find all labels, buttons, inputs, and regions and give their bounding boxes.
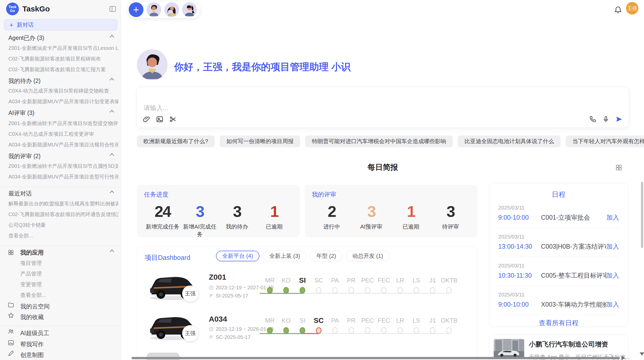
microphone-icon[interactable]: [602, 115, 610, 123]
sidebar-item[interactable]: C02-飞腾新能源轻客改款项目立项汇报方案: [8, 66, 118, 73]
milestone-dot: [300, 327, 305, 334]
chevron-up-icon[interactable]: [110, 78, 114, 82]
chevron-up-icon[interactable]: [110, 35, 114, 39]
milestone-dot: [446, 287, 452, 294]
milestone[interactable]: PA: [327, 316, 343, 326]
scroll-right-arrow[interactable]: [622, 356, 625, 360]
milestone[interactable]: KO: [278, 316, 294, 326]
suggestion-chip[interactable]: 特朗普可能对进口汽车增税会对中国车企造成哪些影响: [305, 136, 453, 147]
sidebar-item-drawing[interactable]: 创意制图: [20, 351, 44, 359]
milestone[interactable]: MR: [262, 275, 278, 286]
milestone[interactable]: PR: [343, 275, 359, 286]
milestone[interactable]: SC: [311, 316, 327, 326]
sidebar-item-product-mgmt[interactable]: 产品管理: [20, 270, 42, 277]
milestone[interactable]: LS: [408, 316, 425, 326]
milestone[interactable]: OKTB: [441, 316, 457, 326]
sidebar-item[interactable]: A034-全新新能源MUV产品开发项目造型可行性评审: [8, 173, 118, 180]
sidebar-item[interactable]: C0X4-动力总成开发项目SI里程碑提交物检查: [8, 87, 118, 94]
milestone-track: MR KO SI SC PA PR PEC FEC LR LS J1 OKTB: [262, 316, 457, 326]
milestone[interactable]: FEC: [376, 316, 392, 326]
milestone[interactable]: FEC: [376, 275, 392, 286]
sidebar-item[interactable]: C02-飞腾新能源轻客改款项目里程碑画布: [8, 55, 118, 62]
sidebar-item-change-mgmt[interactable]: 变更管理: [20, 281, 42, 288]
suggestion-chip[interactable]: 如何写一份清晰的项目周报: [220, 136, 300, 147]
sidebar-item[interactable]: A034-全新新能源MUV产品开发项目法规符合性评审: [8, 141, 118, 148]
milestone[interactable]: LR: [392, 316, 408, 326]
milestone[interactable]: MR: [262, 316, 278, 326]
collapse-sidebar-icon[interactable]: [109, 5, 116, 13]
sidebar-item[interactable]: Z001-全新燃油轻卡产品开发项目SI节点属性5D文件评审: [8, 163, 118, 170]
section-header-my-review[interactable]: 我的评审 (2): [8, 152, 41, 160]
milestone[interactable]: KO: [278, 275, 294, 286]
image-icon[interactable]: [156, 115, 164, 123]
vertical-scrollbar[interactable]: [641, 182, 643, 248]
section-header-recent[interactable]: 最近对话: [8, 190, 32, 198]
suggestion-chip[interactable]: 当下年轻人对汽车外观有怎样的喜好趋势: [566, 136, 644, 147]
chevron-up-icon[interactable]: [110, 153, 114, 158]
agent-avatar-3[interactable]: [182, 2, 197, 17]
tab-all-new-platform[interactable]: 全新平台 (4): [216, 251, 259, 261]
add-agent-button[interactable]: +: [129, 2, 143, 17]
join-link[interactable]: 加入: [606, 300, 619, 309]
milestone[interactable]: OKTB: [441, 275, 457, 286]
sidebar-item[interactable]: Z001-全新燃油轻卡产品开发项目SI造型提交物评审: [8, 120, 118, 127]
milestone[interactable]: PA: [327, 275, 343, 286]
sidebar-item-writing[interactable]: 帮我写作: [20, 340, 44, 348]
news-card[interactable]: 小鹏飞行汽车制造公司增资 天眼查 App 显示，近日广州汇天飞行汽...: [489, 335, 628, 360]
chevron-up-icon[interactable]: [110, 110, 114, 114]
chat-composer[interactable]: 请输入...: [136, 87, 629, 128]
phone-icon[interactable]: [589, 115, 596, 123]
sidebar-item-project-mgmt[interactable]: 项目管理: [20, 260, 42, 267]
milestone[interactable]: LR: [392, 275, 408, 286]
recent-view-all[interactable]: 查看全部...: [8, 232, 118, 239]
horizontal-scrollbar[interactable]: [131, 357, 620, 359]
suggestion-chip[interactable]: 比亚迪全固态电池计划具体说了什么: [458, 136, 561, 147]
join-link[interactable]: 加入: [606, 271, 619, 280]
sidebar-item[interactable]: Z001-全新燃油皮卡产品开发项目SI节点Lesson Learn报告: [8, 45, 118, 52]
milestone[interactable]: J1: [425, 316, 441, 326]
join-link[interactable]: 加入: [606, 213, 619, 222]
milestone[interactable]: PEC: [359, 275, 376, 286]
milestone[interactable]: PEC: [359, 316, 376, 326]
tab-new-body[interactable]: 全新上装 (3): [263, 251, 306, 261]
milestone[interactable]: SI: [294, 275, 311, 286]
sidebar-item-ai-staff[interactable]: AI超级员工: [20, 329, 49, 337]
tab-year-model[interactable]: 年型 (2): [310, 251, 342, 261]
section-header-agent-done[interactable]: Agent已办 (3): [8, 34, 44, 42]
agent-avatar-2[interactable]: [164, 2, 179, 17]
sidebar-item-favorites[interactable]: 我的收藏: [20, 313, 44, 321]
scroll-down-arrow[interactable]: [640, 352, 644, 356]
milestone[interactable]: LS: [408, 275, 425, 286]
chevron-up-icon[interactable]: [110, 191, 114, 195]
tab-powertrain[interactable]: 动总开发 (1): [346, 251, 389, 261]
layout-grid-icon[interactable]: [615, 164, 623, 171]
recent-item[interactable]: 公司Q3轻卡销量: [8, 222, 118, 229]
recent-item[interactable]: C02-飞腾新能源轻客改款项目的闭环通告反馈情况: [8, 211, 118, 218]
view-all-schedule-link[interactable]: 查看所有日程: [498, 319, 619, 327]
agent-avatar-1[interactable]: [147, 2, 161, 17]
new-chat-button[interactable]: + 新对话: [4, 19, 117, 30]
suggestion-chip[interactable]: 欧洲新规最近颁布了什么?: [137, 136, 215, 147]
milestone[interactable]: J1: [425, 275, 441, 286]
milestone[interactable]: SI: [294, 316, 311, 326]
section-header-my-todo[interactable]: 我的待办 (2): [8, 77, 41, 85]
join-link[interactable]: 加入: [606, 242, 619, 251]
milestone[interactable]: SC: [311, 275, 327, 286]
folder-icon: [8, 302, 14, 308]
section-header-ai-review[interactable]: AI评审 (3): [8, 109, 34, 117]
sidebar-item[interactable]: A034-全新新能源MUV产品开发项目计划变更表编写: [8, 98, 118, 105]
milestone[interactable]: PR: [343, 316, 359, 326]
attachment-icon[interactable]: [143, 115, 150, 123]
metric: 3 新增AI完成任务: [181, 201, 218, 238]
notification-bell-icon[interactable]: [614, 5, 622, 14]
sidebar-item-cloud-space[interactable]: 我的云空间: [20, 303, 50, 310]
dashboard-tabs: 全新平台 (4) 全新上装 (3) 年型 (2) 动总开发 (1): [216, 251, 389, 261]
sidebar-item[interactable]: C0X4-动力总成开发项目工程变更评审: [8, 131, 118, 138]
sidebar-item-my-apps[interactable]: 我的应用: [20, 249, 44, 257]
scissors-icon[interactable]: [169, 115, 177, 123]
user-avatar[interactable]: 王强: [626, 2, 638, 14]
chevron-up-icon[interactable]: [110, 250, 114, 254]
send-icon[interactable]: [615, 115, 623, 123]
recent-item[interactable]: 解释最新出台的欧盟报废车法规再生塑料比例被调至15%...: [8, 200, 118, 207]
apps-view-all[interactable]: 查看全部...: [20, 292, 46, 299]
